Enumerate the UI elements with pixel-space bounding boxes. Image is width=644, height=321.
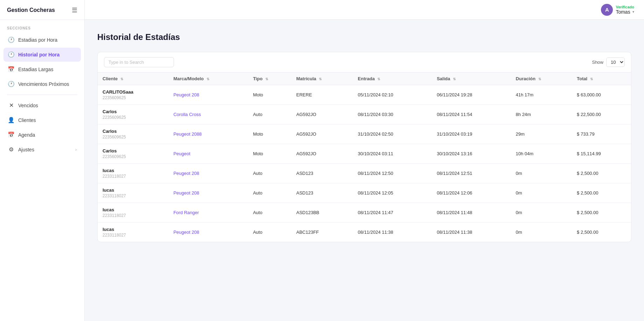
cell-duracion-1: 8h 24m bbox=[511, 105, 572, 124]
brand-link[interactable]: Peugeot bbox=[173, 151, 190, 156]
brand-link[interactable]: Peugeot 208 bbox=[173, 171, 199, 176]
col-header-duracion[interactable]: Duración ⇅ bbox=[511, 73, 572, 85]
brand-link[interactable]: Peugeot 2088 bbox=[173, 131, 202, 137]
cell-brand-6[interactable]: Ford Ranger bbox=[168, 203, 248, 223]
table-row: lucas2233118027Ford RangerAutoASD123BB08… bbox=[98, 203, 631, 223]
cell-duracion-7: 0m bbox=[511, 223, 572, 242]
sort-icon: ⇅ bbox=[319, 77, 322, 81]
sidebar-item-vencimientos-proximos[interactable]: 🕐Vencimientos Próximos bbox=[4, 77, 81, 91]
col-header-tipo[interactable]: Tipo ⇅ bbox=[248, 73, 292, 85]
cell-tipo-3: Moto bbox=[248, 144, 292, 164]
cell-entrada-3: 30/10/2024 03:11 bbox=[353, 144, 432, 164]
sort-icon: ⇅ bbox=[377, 77, 380, 81]
table-card: Show 10 25 50 Cliente ⇅Marca/Modelo ⇅Tip… bbox=[97, 52, 631, 242]
client-phone: 2235609625 bbox=[103, 115, 163, 120]
sidebar-item-label-agenda: Agenda bbox=[18, 132, 35, 138]
user-dropdown[interactable]: Verificado Tomas ▾ bbox=[616, 5, 634, 15]
table-row: lucas2233118027Peugeot 208AutoASD12308/1… bbox=[98, 164, 631, 183]
client-phone: 2233118027 bbox=[103, 213, 163, 218]
sidebar-item-label-vencimientos-proximos: Vencimientos Próximos bbox=[18, 81, 69, 87]
col-header-salida[interactable]: Salida ⇅ bbox=[432, 73, 511, 85]
sidebar-item-historial-hora[interactable]: 🕐Historial por Hora bbox=[4, 48, 81, 62]
col-header-entrada[interactable]: Entrada ⇅ bbox=[353, 73, 432, 85]
cell-tipo-2: Moto bbox=[248, 124, 292, 144]
brand-link[interactable]: Corolla Cross bbox=[173, 112, 201, 117]
sidebar-item-label-historial-hora: Historial por Hora bbox=[18, 52, 59, 57]
brand-link[interactable]: Peugeot 208 bbox=[173, 230, 199, 235]
user-info[interactable]: A Verificado Tomas ▾ bbox=[601, 4, 634, 16]
client-phone: 2235609625 bbox=[103, 95, 163, 100]
cell-matricula-3: AG592JO bbox=[292, 144, 353, 164]
table-row: CARLITOSaaa2235609625Peugeot 208MotoERER… bbox=[98, 85, 631, 105]
brand-link[interactable]: Ford Ranger bbox=[173, 210, 199, 215]
main-content: A Verificado Tomas ▾ Historial de Estadí… bbox=[85, 0, 644, 321]
cell-brand-4[interactable]: Peugeot 208 bbox=[168, 164, 248, 183]
cell-salida-0: 06/11/2024 19:28 bbox=[432, 85, 511, 105]
client-name: lucas bbox=[103, 227, 163, 232]
cell-brand-1[interactable]: Corolla Cross bbox=[168, 105, 248, 124]
table-row: Carlos2235609625PeugeotMotoAG592JO30/10/… bbox=[98, 144, 631, 164]
cell-total-5: $ 2,500.00 bbox=[572, 183, 631, 203]
client-phone: 2233118027 bbox=[103, 193, 163, 198]
search-input[interactable] bbox=[104, 57, 174, 67]
sidebar-item-label-clientes: Clientes bbox=[18, 117, 36, 123]
col-header-matricula[interactable]: Matrícula ⇅ bbox=[292, 73, 353, 85]
cell-client-0: CARLITOSaaa2235609625 bbox=[98, 85, 168, 105]
show-label: Show bbox=[592, 60, 603, 65]
cell-brand-7[interactable]: Peugeot 208 bbox=[168, 223, 248, 242]
cell-tipo-4: Auto bbox=[248, 164, 292, 183]
cell-salida-5: 08/11/2024 12:06 bbox=[432, 183, 511, 203]
client-name: Carlos bbox=[103, 148, 163, 153]
cell-entrada-7: 08/11/2024 11:38 bbox=[353, 223, 432, 242]
col-header-total[interactable]: Total ⇅ bbox=[572, 73, 631, 85]
sidebar-item-vencidos[interactable]: ✕Vencidos bbox=[4, 98, 81, 112]
cell-salida-1: 08/11/2024 11:54 bbox=[432, 105, 511, 124]
sidebar-item-clientes[interactable]: 👤Clientes bbox=[4, 113, 81, 127]
cell-tipo-1: Auto bbox=[248, 105, 292, 124]
sidebar-item-estadias-largas[interactable]: 📅Estadias Largas bbox=[4, 62, 81, 76]
cell-entrada-6: 08/11/2024 11:47 bbox=[353, 203, 432, 223]
cell-salida-3: 30/10/2024 13:16 bbox=[432, 144, 511, 164]
hamburger-icon[interactable]: ☰ bbox=[72, 6, 77, 14]
vencimientos-proximos-icon: 🕐 bbox=[8, 81, 15, 87]
cell-duracion-4: 0m bbox=[511, 164, 572, 183]
cell-duracion-2: 29m bbox=[511, 124, 572, 144]
cell-total-1: $ 22,500.00 bbox=[572, 105, 631, 124]
cell-brand-3[interactable]: Peugeot bbox=[168, 144, 248, 164]
user-chevron-icon: ▾ bbox=[632, 10, 634, 14]
client-phone: 2235609625 bbox=[103, 154, 163, 159]
sidebar-item-estadias-hora[interactable]: 🕐Estadias por Hora bbox=[4, 33, 81, 47]
sort-icon: ⇅ bbox=[206, 77, 209, 81]
brand-link[interactable]: Peugeot 208 bbox=[173, 92, 199, 97]
cell-tipo-5: Auto bbox=[248, 183, 292, 203]
cell-client-3: Carlos2235609625 bbox=[98, 144, 168, 164]
col-header-marca_modelo[interactable]: Marca/Modelo ⇅ bbox=[168, 73, 248, 85]
app-title: Gestion Cocheras bbox=[7, 7, 55, 13]
cell-entrada-2: 31/10/2024 02:50 bbox=[353, 124, 432, 144]
cell-brand-2[interactable]: Peugeot 2088 bbox=[168, 124, 248, 144]
cell-matricula-7: ABC123FF bbox=[292, 223, 353, 242]
cell-brand-5[interactable]: Peugeot 208 bbox=[168, 183, 248, 203]
user-name: Tomas bbox=[616, 9, 630, 15]
cell-brand-0[interactable]: Peugeot 208 bbox=[168, 85, 248, 105]
client-name: lucas bbox=[103, 207, 163, 212]
cell-salida-6: 08/11/2024 11:48 bbox=[432, 203, 511, 223]
avatar: A bbox=[601, 4, 613, 16]
brand-link[interactable]: Peugeot 208 bbox=[173, 190, 199, 196]
cell-duracion-6: 0m bbox=[511, 203, 572, 223]
page-title: Historial de Estadías bbox=[97, 32, 631, 42]
sidebar-item-ajustes[interactable]: ⚙Ajustes› bbox=[4, 143, 81, 157]
cell-tipo-7: Auto bbox=[248, 223, 292, 242]
sidebar-item-label-vencidos: Vencidos bbox=[18, 103, 38, 108]
page-area: Historial de Estadías Show 10 25 50 bbox=[85, 20, 644, 321]
client-name: lucas bbox=[103, 168, 163, 173]
show-select[interactable]: 10 25 50 bbox=[606, 57, 625, 67]
cell-entrada-1: 08/11/2024 03:30 bbox=[353, 105, 432, 124]
historial-hora-icon: 🕐 bbox=[8, 51, 15, 58]
table-row: lucas2233118027Peugeot 208AutoASD12308/1… bbox=[98, 183, 631, 203]
cell-total-6: $ 2,500.00 bbox=[572, 203, 631, 223]
col-header-cliente[interactable]: Cliente ⇅ bbox=[98, 73, 168, 85]
sidebar-item-agenda[interactable]: 📅Agenda bbox=[4, 128, 81, 142]
table-header-row: Cliente ⇅Marca/Modelo ⇅Tipo ⇅Matrícula ⇅… bbox=[98, 73, 631, 85]
cell-client-6: lucas2233118027 bbox=[98, 203, 168, 223]
